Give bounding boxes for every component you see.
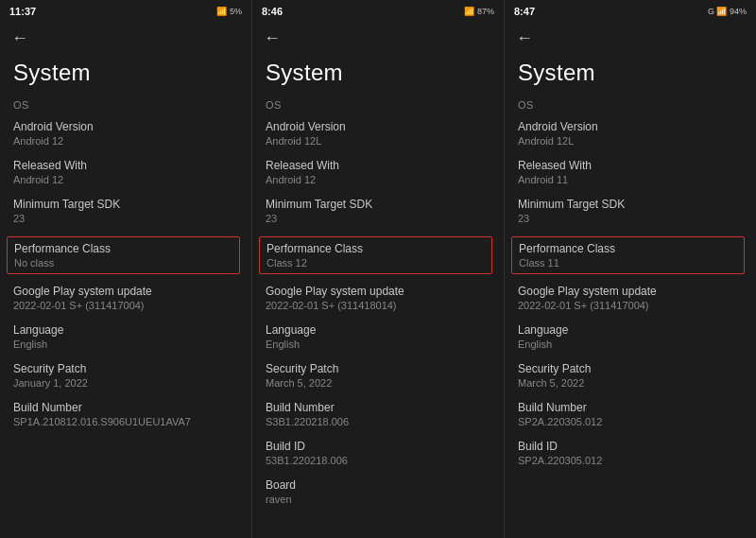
setting-value: January 1, 2022 [13, 377, 238, 389]
section-label: OS [13, 99, 238, 111]
phone-screen-2: 8:46📶 87%←SystemOSAndroid VersionAndroid… [252, 0, 505, 538]
status-time: 8:46 [262, 6, 283, 17]
setting-label: Language [518, 323, 743, 337]
setting-item: Android VersionAndroid 12L [518, 120, 743, 147]
setting-label: Security Patch [266, 362, 490, 375]
setting-item: Security PatchMarch 5, 2022 [518, 362, 743, 389]
setting-label: Build Number [518, 401, 743, 414]
status-icons: 📶 87% [464, 7, 494, 16]
setting-value: No class [14, 257, 232, 269]
setting-value: 23 [518, 213, 743, 224]
setting-label: Language [266, 323, 490, 337]
setting-value: 23 [13, 213, 238, 224]
back-button[interactable]: ← [252, 21, 504, 54]
setting-label: Google Play system update [13, 285, 238, 298]
setting-label: Performance Class [519, 242, 737, 255]
setting-label: Android Version [13, 120, 238, 133]
setting-label: Google Play system update [266, 285, 490, 298]
setting-item: LanguageEnglish [266, 323, 490, 350]
setting-label: Performance Class [14, 242, 232, 255]
back-button[interactable]: ← [505, 21, 756, 54]
setting-label: Board [266, 478, 490, 492]
screen-content: SystemOSAndroid VersionAndroid 12Release… [0, 54, 251, 538]
setting-item: Released WithAndroid 12 [13, 159, 238, 185]
setting-label: Minimum Target SDK [518, 198, 743, 211]
section-label: OS [518, 99, 743, 111]
setting-value: Android 12 [13, 174, 238, 185]
setting-label: Build Number [266, 401, 490, 414]
setting-value: Class 11 [519, 257, 737, 269]
status-time: 11:37 [9, 6, 36, 17]
setting-value: Android 12 [13, 135, 238, 147]
setting-value: Android 11 [518, 174, 743, 185]
setting-value: 2022-02-01 S+ (311417004) [13, 300, 238, 311]
setting-item: Google Play system update2022-02-01 S+ (… [13, 285, 238, 311]
section-label: OS [266, 99, 490, 111]
status-icons: G 📶 94% [708, 7, 747, 16]
setting-item: Android VersionAndroid 12 [13, 120, 238, 147]
setting-value: S3B1.220218.006 [266, 416, 490, 427]
screenshots-container: 11:37📶 5%←SystemOSAndroid VersionAndroid… [0, 0, 756, 538]
setting-value: 53B1.220218.006 [266, 455, 490, 466]
screen-content: SystemOSAndroid VersionAndroid 12LReleas… [252, 54, 504, 538]
setting-item: Build NumberS3B1.220218.006 [266, 401, 490, 427]
setting-label: Android Version [266, 120, 490, 133]
setting-label: Minimum Target SDK [13, 198, 238, 211]
setting-label: Language [13, 323, 238, 337]
status-bar: 11:37📶 5% [0, 0, 251, 21]
setting-value: 2022-02-01 S+ (311418014) [266, 300, 490, 311]
setting-value: SP2A.220305.012 [518, 455, 743, 466]
setting-label: Google Play system update [518, 285, 743, 298]
status-bar: 8:47G 📶 94% [505, 0, 756, 21]
setting-item: Build NumberSP1A.210812.016.S906U1UEU1AV… [13, 401, 238, 427]
setting-item: Minimum Target SDK23 [518, 198, 743, 224]
setting-label: Security Patch [13, 362, 238, 375]
page-title: System [266, 60, 490, 86]
setting-item: Security PatchMarch 5, 2022 [266, 362, 490, 389]
setting-value: 2022-02-01 S+ (311417004) [518, 300, 743, 311]
setting-value: Android 12L [266, 135, 490, 147]
setting-value: SP2A.220305.012 [518, 416, 743, 427]
setting-value: March 5, 2022 [266, 377, 490, 389]
page-title: System [518, 60, 743, 86]
setting-label: Minimum Target SDK [266, 198, 490, 211]
phone-screen-3: 8:47G 📶 94%←SystemOSAndroid VersionAndro… [505, 0, 756, 538]
setting-value: 23 [266, 213, 490, 224]
setting-item: Build ID53B1.220218.006 [266, 440, 490, 466]
setting-item: Minimum Target SDK23 [13, 198, 238, 224]
setting-item: Minimum Target SDK23 [266, 198, 490, 224]
setting-label: Released With [266, 159, 490, 172]
setting-label: Build ID [518, 440, 743, 453]
setting-value: English [13, 338, 238, 350]
setting-value: SP1A.210812.016.S906U1UEU1AVA7 [13, 416, 238, 427]
setting-item: Released WithAndroid 12 [266, 159, 490, 185]
performance-class-item: Performance ClassNo class [7, 236, 240, 274]
setting-value: Android 12 [266, 174, 490, 185]
setting-item: Released WithAndroid 11 [518, 159, 743, 185]
setting-label: Performance Class [266, 242, 485, 255]
setting-item: Android VersionAndroid 12L [266, 120, 490, 147]
phone-screen-1: 11:37📶 5%←SystemOSAndroid VersionAndroid… [0, 0, 252, 538]
setting-item: LanguageEnglish [518, 323, 743, 350]
setting-item: Boardraven [266, 478, 490, 505]
back-button[interactable]: ← [0, 21, 251, 54]
status-icons: 📶 5% [216, 7, 242, 16]
setting-label: Released With [13, 159, 238, 172]
performance-class-item: Performance ClassClass 11 [511, 236, 745, 274]
setting-item: Build NumberSP2A.220305.012 [518, 401, 743, 427]
setting-item: Google Play system update2022-02-01 S+ (… [266, 285, 490, 311]
setting-label: Android Version [518, 120, 743, 133]
setting-value: Class 12 [266, 257, 485, 269]
screen-content: SystemOSAndroid VersionAndroid 12LReleas… [505, 54, 756, 538]
setting-label: Released With [518, 159, 743, 172]
setting-item: Google Play system update2022-02-01 S+ (… [518, 285, 743, 311]
setting-label: Security Patch [518, 362, 743, 375]
setting-label: Build Number [13, 401, 238, 414]
page-title: System [13, 60, 238, 86]
setting-value: English [518, 338, 743, 350]
setting-item: Security PatchJanuary 1, 2022 [13, 362, 238, 389]
setting-value: English [266, 338, 490, 350]
setting-value: raven [266, 494, 490, 505]
status-time: 8:47 [514, 6, 535, 17]
status-bar: 8:46📶 87% [252, 0, 504, 21]
